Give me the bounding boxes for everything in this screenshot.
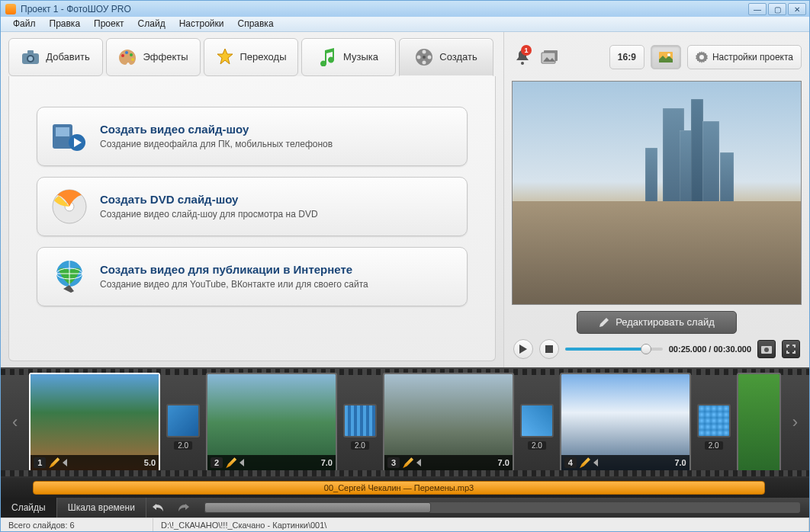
transition-duration: 2.0 <box>705 441 723 450</box>
slide-card[interactable]: 2 7.0 <box>206 373 337 472</box>
slide-menu-icon[interactable] <box>593 459 598 466</box>
tab-effects-label: Эффекты <box>143 51 188 62</box>
timeline-next[interactable]: › <box>787 403 803 441</box>
aspect-ratio-button[interactable]: 16:9 <box>609 45 644 69</box>
slide-menu-icon[interactable] <box>239 459 244 466</box>
titlebar: Проект 1 - ФотоШОУ PRO — ▢ ✕ <box>1 1 809 17</box>
audio-clip[interactable]: 00_Сергей Чекалин — Перемены.mp3 <box>33 481 765 495</box>
stop-button[interactable] <box>539 339 559 359</box>
aspect-ratio-label: 16:9 <box>618 52 636 62</box>
menu-slide[interactable]: Слайд <box>132 17 172 30</box>
svg-point-7 <box>131 58 134 61</box>
player-bar: 00:25.000 / 00:30.000 <box>512 337 802 361</box>
menu-edit[interactable]: Правка <box>43 17 87 30</box>
create-web-desc: Создание видео для YouTube, ВКонтакте ил… <box>100 279 368 290</box>
slide-duration: 7.0 <box>674 458 686 467</box>
gallery-icon <box>541 50 559 65</box>
redo-icon <box>177 502 189 513</box>
timeline-prev[interactable]: ‹ <box>7 403 23 441</box>
view-timeline-tab[interactable]: Шкала времени <box>57 498 146 518</box>
video-file-icon <box>51 118 88 155</box>
fullscreen-button[interactable] <box>782 340 800 358</box>
edit-slide-icon[interactable] <box>226 457 236 468</box>
transition-card[interactable]: 2.0 <box>697 404 731 437</box>
left-pane: Добавить Эффекты Переходы Музыка Создать <box>1 32 504 367</box>
background-button[interactable] <box>651 45 681 69</box>
notification-badge: 1 <box>521 45 532 56</box>
redo-button[interactable] <box>173 500 193 515</box>
slide-menu-icon[interactable] <box>416 459 421 466</box>
svg-point-10 <box>428 55 432 59</box>
tab-music[interactable]: Музыка <box>301 38 396 76</box>
slide-card[interactable] <box>737 373 781 472</box>
transition-card[interactable]: 2.0 <box>343 404 377 437</box>
right-pane: 1 16:9 Настройки проекта <box>504 32 809 367</box>
maximize-button[interactable]: ▢ <box>768 3 786 15</box>
reel-icon <box>415 48 433 66</box>
timeline: ‹ 1 5.0 2.0 2 7.0 2.0 <box>1 367 809 478</box>
close-button[interactable]: ✕ <box>788 3 806 15</box>
tab-transitions[interactable]: Переходы <box>204 38 298 76</box>
window-controls: — ▢ ✕ <box>748 3 806 15</box>
create-video-desc: Создание видеофайла для ПК, мобильных те… <box>100 139 333 149</box>
gallery-button[interactable] <box>539 46 561 68</box>
project-settings-label: Настройки проекта <box>712 52 793 62</box>
menu-help[interactable]: Справка <box>231 17 279 30</box>
globe-icon <box>51 258 88 295</box>
menu-file[interactable]: Файл <box>7 17 42 30</box>
palette-icon <box>118 48 137 66</box>
project-settings-button[interactable]: Настройки проекта <box>687 45 802 69</box>
undo-button[interactable] <box>149 500 169 515</box>
svg-point-25 <box>667 53 670 56</box>
slide-number: 2 <box>211 457 223 468</box>
menubar: Файл Правка Проект Слайд Настройки Справ… <box>1 17 809 32</box>
edit-slide-icon[interactable] <box>580 457 590 468</box>
progress-slider[interactable] <box>565 348 663 351</box>
svg-point-9 <box>423 50 426 53</box>
minimize-button[interactable]: — <box>748 3 767 15</box>
app-window: Проект 1 - ФотоШОУ PRO — ▢ ✕ Файл Правка… <box>0 0 810 532</box>
edit-slide-icon[interactable] <box>403 457 413 468</box>
tab-music-label: Музыка <box>343 51 378 62</box>
create-web-title: Создать видео для публикации в Интернете <box>100 263 368 276</box>
transition-duration: 2.0 <box>351 441 369 450</box>
snapshot-button[interactable] <box>757 340 776 358</box>
transition-card[interactable]: 2.0 <box>166 404 200 437</box>
tab-effects[interactable]: Эффекты <box>106 38 201 76</box>
create-web-button[interactable]: Создать видео для публикации в Интернете… <box>37 247 468 306</box>
notifications-button[interactable]: 1 <box>512 46 533 68</box>
edit-slide-icon[interactable] <box>49 457 59 468</box>
menu-project[interactable]: Проект <box>88 17 130 30</box>
tab-add[interactable]: Добавить <box>8 38 103 76</box>
svg-point-21 <box>521 62 524 65</box>
slide-menu-icon[interactable] <box>63 459 67 466</box>
slide-card[interactable]: 1 5.0 <box>29 373 160 472</box>
menu-settings[interactable]: Настройки <box>173 17 230 30</box>
play-button[interactable] <box>513 339 533 359</box>
edit-slide-button[interactable]: Редактировать слайд <box>577 311 737 334</box>
transition-duration: 2.0 <box>528 441 546 450</box>
fullscreen-icon <box>786 345 796 354</box>
audio-clip-label: 00_Сергей Чекалин — Перемены.mp3 <box>324 483 474 492</box>
tab-create[interactable]: Создать <box>399 38 493 76</box>
timeline-scrollbar[interactable] <box>204 502 800 513</box>
svg-point-3 <box>28 56 33 61</box>
slide-number: 4 <box>564 457 577 468</box>
svg-point-12 <box>417 55 421 59</box>
create-panel: Создать видео слайд-шоу Создание видеофа… <box>8 76 496 361</box>
preview-area[interactable] <box>512 81 802 305</box>
slide-duration: 7.0 <box>498 458 509 467</box>
create-video-button[interactable]: Создать видео слайд-шоу Создание видеофа… <box>37 107 468 166</box>
svg-point-4 <box>121 54 124 57</box>
svg-point-13 <box>423 56 426 59</box>
right-toolbar: 1 16:9 Настройки проекта <box>512 38 802 76</box>
slide-card[interactable]: 3 7.0 <box>383 373 514 472</box>
camera-icon <box>21 48 40 66</box>
create-dvd-button[interactable]: Создать DVD слайд-шоу Создание видео сла… <box>37 177 468 236</box>
slide-card[interactable]: 4 7.0 <box>560 373 691 472</box>
transition-card[interactable]: 2.0 <box>520 404 554 437</box>
main-tabs: Добавить Эффекты Переходы Музыка Создать <box>8 38 496 76</box>
create-dvd-desc: Создание видео слайд-шоу для просмотра н… <box>100 209 318 220</box>
create-video-title: Создать видео слайд-шоу <box>100 123 333 136</box>
view-slides-tab[interactable]: Слайды <box>1 498 57 518</box>
